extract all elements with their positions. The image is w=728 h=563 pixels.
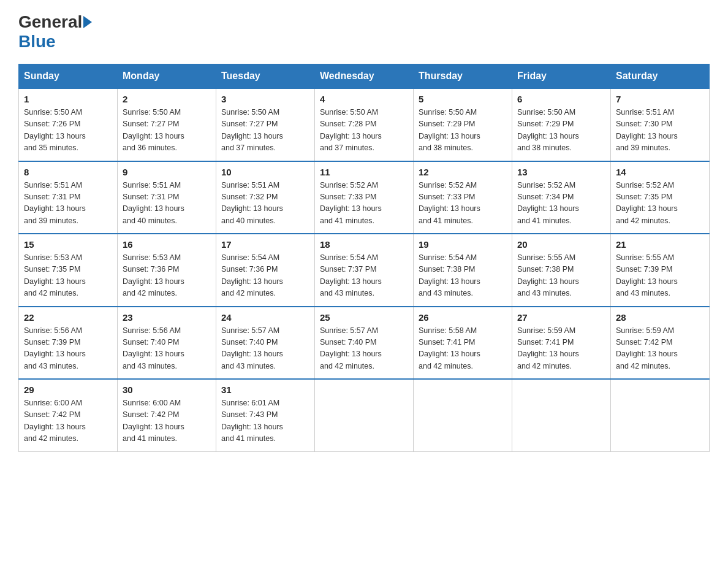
header-saturday: Saturday — [611, 64, 710, 89]
calendar-cell: 22Sunrise: 5:56 AMSunset: 7:39 PMDayligh… — [19, 307, 118, 380]
day-number: 15 — [24, 239, 112, 250]
day-info: Sunrise: 5:54 AMSunset: 7:38 PMDaylight:… — [419, 252, 507, 300]
day-info: Sunrise: 5:56 AMSunset: 7:39 PMDaylight:… — [24, 325, 112, 373]
header-thursday: Thursday — [414, 64, 512, 89]
day-number: 4 — [320, 94, 408, 104]
calendar-cell: 7Sunrise: 5:51 AMSunset: 7:30 PMDaylight… — [611, 88, 710, 161]
day-number: 22 — [24, 312, 112, 323]
day-number: 10 — [221, 167, 309, 177]
calendar-cell: 25Sunrise: 5:57 AMSunset: 7:40 PMDayligh… — [315, 307, 414, 380]
day-info: Sunrise: 5:52 AMSunset: 7:33 PMDaylight:… — [419, 180, 507, 228]
day-info: Sunrise: 5:51 AMSunset: 7:31 PMDaylight:… — [24, 180, 112, 228]
calendar-cell: 15Sunrise: 5:53 AMSunset: 7:35 PMDayligh… — [19, 234, 118, 307]
calendar-cell: 23Sunrise: 5:56 AMSunset: 7:40 PMDayligh… — [118, 307, 216, 380]
day-number: 31 — [221, 385, 309, 395]
day-info: Sunrise: 5:57 AMSunset: 7:40 PMDaylight:… — [320, 325, 408, 373]
logo-arrow-icon — [83, 16, 92, 28]
day-info: Sunrise: 6:00 AMSunset: 7:42 PMDaylight:… — [123, 397, 211, 445]
calendar-cell: 11Sunrise: 5:52 AMSunset: 7:33 PMDayligh… — [315, 161, 414, 234]
calendar-cell: 30Sunrise: 6:00 AMSunset: 7:42 PMDayligh… — [118, 379, 216, 451]
day-number: 20 — [517, 239, 605, 250]
logo-general: General — [18, 12, 82, 32]
day-number: 21 — [616, 239, 704, 250]
day-number: 5 — [419, 94, 507, 104]
calendar-cell: 24Sunrise: 5:57 AMSunset: 7:40 PMDayligh… — [216, 307, 315, 380]
day-number: 25 — [320, 312, 408, 323]
calendar-cell — [414, 379, 512, 451]
day-number: 7 — [616, 94, 704, 104]
day-number: 12 — [419, 167, 507, 177]
day-info: Sunrise: 5:55 AMSunset: 7:39 PMDaylight:… — [616, 252, 704, 300]
header-monday: Monday — [118, 64, 216, 89]
day-info: Sunrise: 5:55 AMSunset: 7:38 PMDaylight:… — [517, 252, 605, 300]
calendar-cell: 8Sunrise: 5:51 AMSunset: 7:31 PMDaylight… — [19, 161, 118, 234]
day-number: 26 — [419, 312, 507, 323]
calendar-cell: 26Sunrise: 5:58 AMSunset: 7:41 PMDayligh… — [414, 307, 512, 380]
calendar-cell: 21Sunrise: 5:55 AMSunset: 7:39 PMDayligh… — [611, 234, 710, 307]
calendar-cell: 9Sunrise: 5:51 AMSunset: 7:31 PMDaylight… — [118, 161, 216, 234]
calendar-cell: 27Sunrise: 5:59 AMSunset: 7:41 PMDayligh… — [512, 307, 611, 380]
header-row: SundayMondayTuesdayWednesdayThursdayFrid… — [19, 64, 710, 89]
day-number: 2 — [123, 94, 211, 104]
calendar-cell: 3Sunrise: 5:50 AMSunset: 7:27 PMDaylight… — [216, 88, 315, 161]
day-info: Sunrise: 5:56 AMSunset: 7:40 PMDaylight:… — [123, 325, 211, 373]
calendar-cell: 19Sunrise: 5:54 AMSunset: 7:38 PMDayligh… — [414, 234, 512, 307]
day-number: 14 — [616, 167, 704, 177]
page-header: General Blue — [18, 12, 710, 52]
day-number: 19 — [419, 239, 507, 250]
logo: General Blue — [18, 12, 92, 52]
calendar-cell: 10Sunrise: 5:51 AMSunset: 7:32 PMDayligh… — [216, 161, 315, 234]
day-number: 18 — [320, 239, 408, 250]
day-info: Sunrise: 5:53 AMSunset: 7:35 PMDaylight:… — [24, 252, 112, 300]
calendar-table: SundayMondayTuesdayWednesdayThursdayFrid… — [18, 64, 710, 452]
day-info: Sunrise: 5:53 AMSunset: 7:36 PMDaylight:… — [123, 252, 211, 300]
day-number: 11 — [320, 167, 408, 177]
calendar-cell: 28Sunrise: 5:59 AMSunset: 7:42 PMDayligh… — [611, 307, 710, 380]
day-info: Sunrise: 5:50 AMSunset: 7:29 PMDaylight:… — [419, 107, 507, 155]
day-number: 29 — [24, 385, 112, 395]
calendar-cell: 29Sunrise: 6:00 AMSunset: 7:42 PMDayligh… — [19, 379, 118, 451]
day-info: Sunrise: 5:57 AMSunset: 7:40 PMDaylight:… — [221, 325, 309, 373]
calendar-cell: 31Sunrise: 6:01 AMSunset: 7:43 PMDayligh… — [216, 379, 315, 451]
header-wednesday: Wednesday — [315, 64, 414, 89]
header-tuesday: Tuesday — [216, 64, 315, 89]
day-number: 8 — [24, 167, 112, 177]
day-info: Sunrise: 5:51 AMSunset: 7:32 PMDaylight:… — [221, 180, 309, 228]
day-info: Sunrise: 5:51 AMSunset: 7:30 PMDaylight:… — [616, 107, 704, 155]
calendar-cell: 20Sunrise: 5:55 AMSunset: 7:38 PMDayligh… — [512, 234, 611, 307]
day-info: Sunrise: 5:58 AMSunset: 7:41 PMDaylight:… — [419, 325, 507, 373]
day-number: 17 — [221, 239, 309, 250]
calendar-week-4: 22Sunrise: 5:56 AMSunset: 7:39 PMDayligh… — [19, 307, 710, 380]
calendar-cell: 12Sunrise: 5:52 AMSunset: 7:33 PMDayligh… — [414, 161, 512, 234]
calendar-cell: 4Sunrise: 5:50 AMSunset: 7:28 PMDaylight… — [315, 88, 414, 161]
calendar-cell — [315, 379, 414, 451]
header-friday: Friday — [512, 64, 611, 89]
calendar-cell: 13Sunrise: 5:52 AMSunset: 7:34 PMDayligh… — [512, 161, 611, 234]
day-info: Sunrise: 5:54 AMSunset: 7:37 PMDaylight:… — [320, 252, 408, 300]
calendar-week-3: 15Sunrise: 5:53 AMSunset: 7:35 PMDayligh… — [19, 234, 710, 307]
calendar-week-2: 8Sunrise: 5:51 AMSunset: 7:31 PMDaylight… — [19, 161, 710, 234]
day-info: Sunrise: 5:50 AMSunset: 7:28 PMDaylight:… — [320, 107, 408, 155]
day-info: Sunrise: 5:50 AMSunset: 7:27 PMDaylight:… — [221, 107, 309, 155]
logo-text: General — [18, 12, 92, 32]
header-sunday: Sunday — [19, 64, 118, 89]
calendar-cell: 17Sunrise: 5:54 AMSunset: 7:36 PMDayligh… — [216, 234, 315, 307]
calendar-cell — [512, 379, 611, 451]
calendar-cell — [611, 379, 710, 451]
day-info: Sunrise: 5:50 AMSunset: 7:29 PMDaylight:… — [517, 107, 605, 155]
day-info: Sunrise: 5:51 AMSunset: 7:31 PMDaylight:… — [123, 180, 211, 228]
day-info: Sunrise: 5:52 AMSunset: 7:35 PMDaylight:… — [616, 180, 704, 228]
calendar-cell: 6Sunrise: 5:50 AMSunset: 7:29 PMDaylight… — [512, 88, 611, 161]
calendar-week-1: 1Sunrise: 5:50 AMSunset: 7:26 PMDaylight… — [19, 88, 710, 161]
day-number: 1 — [24, 94, 112, 104]
day-info: Sunrise: 5:59 AMSunset: 7:41 PMDaylight:… — [517, 325, 605, 373]
day-info: Sunrise: 5:52 AMSunset: 7:33 PMDaylight:… — [320, 180, 408, 228]
day-info: Sunrise: 5:50 AMSunset: 7:27 PMDaylight:… — [123, 107, 211, 155]
calendar-cell: 5Sunrise: 5:50 AMSunset: 7:29 PMDaylight… — [414, 88, 512, 161]
calendar-cell: 18Sunrise: 5:54 AMSunset: 7:37 PMDayligh… — [315, 234, 414, 307]
day-info: Sunrise: 5:59 AMSunset: 7:42 PMDaylight:… — [616, 325, 704, 373]
day-number: 30 — [123, 385, 211, 395]
day-number: 16 — [123, 239, 211, 250]
calendar-week-5: 29Sunrise: 6:00 AMSunset: 7:42 PMDayligh… — [19, 379, 710, 451]
calendar-cell: 14Sunrise: 5:52 AMSunset: 7:35 PMDayligh… — [611, 161, 710, 234]
